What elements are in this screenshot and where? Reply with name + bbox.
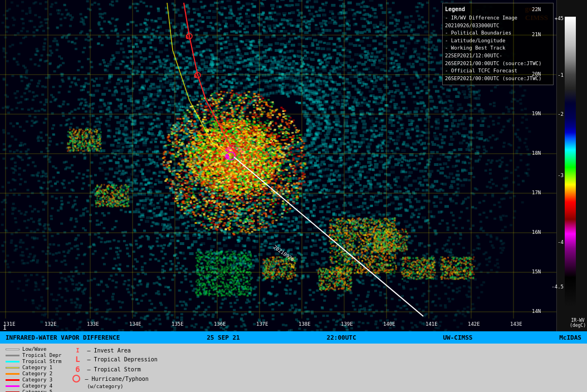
symbol-item-ts: 6 – Tropical Storm bbox=[72, 365, 157, 374]
td-icon: L bbox=[72, 355, 82, 364]
track-label-cat4: Category 4 bbox=[22, 383, 52, 389]
color-scale-bar bbox=[565, 17, 576, 306]
info-source: UW-CIMSS bbox=[443, 334, 472, 341]
info-date: 25 SEP 21 bbox=[207, 334, 240, 341]
track-line-low bbox=[6, 349, 19, 350]
legend-best-track: - Working Best Track bbox=[445, 45, 551, 52]
symbol-area: Low/Wave Tropical Depr Tropical Strm Cat… bbox=[0, 344, 587, 392]
scale-top-label: +45 bbox=[555, 16, 564, 21]
track-label-low: Low/Wave bbox=[22, 346, 46, 352]
track-legend: Low/Wave Tropical Depr Tropical Strm Cat… bbox=[6, 346, 61, 389]
invest-icon: I bbox=[72, 347, 82, 354]
track-item-cat5: Category 5 bbox=[6, 389, 61, 392]
scale-label-1: -1 bbox=[557, 72, 564, 78]
td-label: – Tropical Depression bbox=[87, 356, 157, 362]
track-line-cat4 bbox=[6, 385, 19, 387]
symbol-item-td: L – Tropical Depression bbox=[72, 355, 157, 364]
track-line-ts bbox=[6, 361, 19, 362]
hurricane-note: (w/category) bbox=[72, 384, 157, 389]
track-item-low: Low/Wave bbox=[6, 346, 61, 352]
info-time: 22:00UTC bbox=[327, 334, 356, 341]
track-label-cat2: Category 2 bbox=[22, 371, 52, 376]
hurricane-label: – Hurricane/Typhoon bbox=[85, 376, 148, 382]
scale-label-45: -4.5 bbox=[551, 284, 564, 290]
scale-label-2: -2 bbox=[557, 111, 564, 117]
track-label-cat1: Category 1 bbox=[22, 365, 52, 370]
ts-label: – Tropical Storm bbox=[87, 366, 140, 373]
map-area: +45 -1 -2 -3 -4 -4.5 IR-WV(degC) goes CI… bbox=[0, 0, 587, 331]
track-line-cat3 bbox=[6, 379, 19, 381]
legend-title: Legend bbox=[445, 6, 551, 13]
legend-political: - Political Boundaries bbox=[445, 30, 551, 37]
track-item-cat4: Category 4 bbox=[6, 383, 61, 389]
legend-tcfc-date: 26SEP2021/00:00UTC (source:JTWC) bbox=[445, 75, 551, 82]
legend-track-date1: 22SEP2021/12:00UTC- bbox=[445, 52, 551, 60]
main-container: +45 -1 -2 -3 -4 -4.5 IR-WV(degC) goes CI… bbox=[0, 0, 587, 392]
info-title: INFRARED-WATER VAPOR DIFFERENCE bbox=[6, 334, 120, 341]
symbol-legend: I – Invest Area L – Tropical Depression … bbox=[72, 346, 157, 389]
track-line-td bbox=[6, 355, 19, 356]
info-software: McIDAS bbox=[559, 334, 581, 341]
track-label-cat5: Category 5 bbox=[22, 389, 52, 392]
legend-ir-line: - IR/WV Difference Image bbox=[445, 14, 551, 22]
track-item-td: Tropical Depr bbox=[6, 352, 61, 358]
scale-unit-label: IR-WV(degC) bbox=[570, 318, 586, 329]
track-label-cat3: Category 3 bbox=[22, 377, 52, 383]
legend-box: Legend - IR/WV Difference Image 20210926… bbox=[442, 3, 554, 85]
invest-label: – Invest Area bbox=[87, 347, 130, 354]
hurricane-inner-icon bbox=[72, 375, 80, 383]
track-item-cat2: Category 2 bbox=[6, 371, 61, 376]
track-item-cat1: Category 1 bbox=[6, 365, 61, 370]
track-label-td: Tropical Depr bbox=[22, 352, 61, 358]
symbol-item-hurricane: – Hurricane/Typhoon bbox=[72, 375, 157, 383]
track-item-cat3: Category 3 bbox=[6, 377, 61, 383]
track-line-cat1 bbox=[6, 367, 19, 369]
legend-date-line: 20210926/033000UTC bbox=[445, 22, 551, 30]
scale-label-3: -3 bbox=[557, 173, 564, 178]
symbol-item-invest: I – Invest Area bbox=[72, 347, 157, 354]
info-bar: INFRARED-WATER VAPOR DIFFERENCE 25 SEP 2… bbox=[0, 331, 587, 344]
track-item-ts: Tropical Strm bbox=[6, 359, 61, 364]
track-label-ts: Tropical Strm bbox=[22, 359, 61, 364]
legend-latlon: - Latitude/Longitude bbox=[445, 37, 551, 45]
legend-track-date2: 26SEP2021/00:00UTC (source:JTWC) bbox=[445, 60, 551, 67]
legend-tcfc: - Official TCFC Forecast bbox=[445, 67, 551, 75]
track-line-cat2 bbox=[6, 373, 19, 375]
scale-label-4: -4 bbox=[557, 239, 564, 245]
ts-icon: 6 bbox=[72, 365, 82, 374]
color-scale: +45 -1 -2 -3 -4 -4.5 IR-WV(degC) bbox=[556, 0, 587, 331]
